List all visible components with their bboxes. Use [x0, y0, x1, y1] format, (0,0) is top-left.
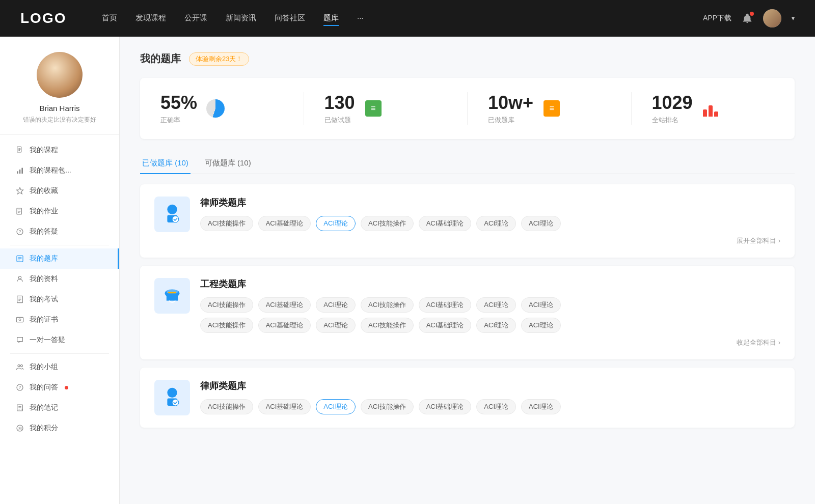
svg-point-13: [18, 365, 20, 367]
my-bank-label: 我的题库: [30, 254, 58, 263]
svg-rect-2: [19, 170, 21, 174]
tag-2-6[interactable]: ACI理论: [476, 297, 516, 313]
svg-rect-26: [168, 292, 176, 293]
sidebar-item-my-profile[interactable]: 我的资料: [0, 269, 119, 289]
tag-1-6[interactable]: ACI理论: [476, 216, 516, 231]
sidebar-item-my-homework[interactable]: 我的作业: [0, 201, 119, 221]
stat-accuracy-number: 55%: [160, 92, 197, 114]
sidebar-item-one-on-one[interactable]: 一对一答疑: [0, 330, 119, 350]
tag-2-1[interactable]: ACI技能操作: [200, 297, 253, 313]
sidebar-item-my-answers[interactable]: ? 我的答疑: [0, 221, 119, 242]
tag-3-2[interactable]: ACI基础理论: [258, 399, 311, 414]
tag-2-4[interactable]: ACI技能操作: [361, 297, 414, 313]
stat-done-questions-text: 130 已做试题: [324, 92, 355, 125]
my-cert-label: 我的证书: [30, 315, 58, 324]
stat-rank-number: 1029: [652, 92, 693, 114]
tab-available-banks[interactable]: 可做题库 (10): [203, 153, 253, 174]
tag-3-5[interactable]: ACI基础理论: [419, 399, 472, 414]
tag-2-8[interactable]: ACI技能操作: [200, 318, 253, 333]
my-qa-label: 我的问答: [30, 383, 58, 392]
sidebar-item-my-points[interactable]: 积 我的积分: [0, 418, 119, 438]
qa-red-dot: [65, 386, 68, 389]
tag-2-9[interactable]: ACI基础理论: [258, 318, 311, 333]
bank-card-engineer: 工程类题库 ACI技能操作 ACI基础理论 ACI理论 ACI技能操作 ACI基…: [140, 266, 795, 359]
tags-row-1: ACI技能操作 ACI基础理论 ACI理论 ACI技能操作 ACI基础理论 AC…: [200, 216, 780, 231]
bank-name-3: 律师类题库: [200, 380, 780, 392]
profile-avatar[interactable]: [37, 52, 83, 98]
app-download-link[interactable]: APP下载: [703, 14, 731, 23]
bank-name-2: 工程类题库: [200, 278, 780, 290]
tag-2-14[interactable]: ACI理论: [521, 318, 561, 333]
tag-2-5[interactable]: ACI基础理论: [419, 297, 472, 313]
tag-2-12[interactable]: ACI基础理论: [419, 318, 472, 333]
tag-3-7[interactable]: ACI理论: [521, 399, 561, 414]
notification-bell[interactable]: [742, 13, 753, 24]
nav-open-course[interactable]: 公开课: [184, 11, 207, 26]
chevron-down-icon[interactable]: ▾: [792, 15, 795, 22]
nav-news[interactable]: 新闻资讯: [226, 11, 256, 26]
engineer-icon: [160, 284, 184, 308]
tag-3-3[interactable]: ACI理论: [316, 399, 356, 414]
page-header: 我的题库 体验剩余23天！: [140, 52, 795, 66]
stat-done-banks-number: 10w+: [488, 92, 533, 114]
stat-accuracy-label: 正确率: [160, 116, 197, 125]
sidebar-item-my-bank[interactable]: 我的题库: [0, 248, 119, 269]
stat-rank-text: 1029 全站排名: [652, 92, 693, 125]
tag-1-4[interactable]: ACI技能操作: [361, 216, 414, 231]
expand-link-1[interactable]: 展开全部科目 ›: [200, 236, 780, 245]
sidebar-item-my-qa[interactable]: ? 我的问答: [0, 377, 119, 398]
sidebar-item-my-exam[interactable]: 我的考试: [0, 289, 119, 310]
cert-icon: [15, 315, 24, 324]
tag-3-4[interactable]: ACI技能操作: [361, 399, 414, 414]
bank-icon: [15, 254, 24, 263]
profile-area: Brian Harris 错误的决定比没有决定要好: [0, 52, 119, 135]
tags-row-2a: ACI技能操作 ACI基础理论 ACI理论 ACI技能操作 ACI基础理论 AC…: [200, 297, 780, 313]
paper-icon: [15, 295, 24, 304]
tab-done-banks[interactable]: 已做题库 (10): [140, 153, 191, 174]
tag-1-3[interactable]: ACI理论: [316, 216, 356, 231]
nav-home[interactable]: 首页: [102, 11, 117, 26]
bank-info-1: 律师类题库 ACI技能操作 ACI基础理论 ACI理论 ACI技能操作 ACI基…: [200, 197, 780, 245]
sidebar-item-my-group[interactable]: 我的小组: [0, 357, 119, 377]
sidebar-item-my-notes[interactable]: 我的笔记: [0, 398, 119, 418]
tag-2-2[interactable]: ACI基础理论: [258, 297, 311, 313]
nav-more[interactable]: ···: [357, 11, 364, 26]
tag-2-11[interactable]: ACI技能操作: [361, 318, 414, 333]
sidebar-item-my-course[interactable]: 我的课程: [0, 140, 119, 160]
avatar-image: [763, 9, 781, 27]
avatar[interactable]: [763, 9, 781, 27]
svg-rect-3: [21, 168, 23, 174]
edit-icon: [15, 207, 24, 216]
tag-2-3[interactable]: ACI理论: [316, 297, 356, 313]
my-group-label: 我的小组: [30, 362, 58, 372]
tag-1-1[interactable]: ACI技能操作: [200, 216, 253, 231]
tag-2-10[interactable]: ACI理论: [316, 318, 356, 333]
nav-bank[interactable]: 题库: [323, 11, 339, 26]
bank-info-2: 工程类题库 ACI技能操作 ACI基础理论 ACI理论 ACI技能操作 ACI基…: [200, 278, 780, 347]
tag-2-7[interactable]: ACI理论: [521, 297, 561, 313]
tag-1-5[interactable]: ACI基础理论: [419, 216, 472, 231]
tag-3-6[interactable]: ACI理论: [476, 399, 516, 414]
bank-info-3: 律师类题库 ACI技能操作 ACI基础理论 ACI理论 ACI技能操作 ACI基…: [200, 380, 780, 414]
tag-2-13[interactable]: ACI理论: [476, 318, 516, 333]
sidebar-item-my-cert[interactable]: 我的证书: [0, 310, 119, 330]
collapse-link-2[interactable]: 收起全部科目 ›: [200, 338, 780, 347]
profile-motto: 错误的决定比没有决定要好: [23, 116, 96, 124]
top-navigation: LOGO 首页 发现课程 公开课 新闻资讯 问答社区 题库 ··· APP下载 …: [0, 0, 815, 37]
my-favorites-label: 我的收藏: [30, 186, 58, 195]
user-icon: [15, 274, 24, 284]
bank-logo-engineer: [154, 278, 190, 314]
tag-1-7[interactable]: ACI理论: [521, 216, 561, 231]
tag-1-2[interactable]: ACI基础理论: [258, 216, 311, 231]
tag-3-1[interactable]: ACI技能操作: [200, 399, 253, 414]
star-icon: [15, 186, 24, 195]
stat-done-questions-icon: ≡: [363, 98, 384, 119]
nav-qa[interactable]: 问答社区: [275, 11, 305, 26]
sidebar-item-my-favorites[interactable]: 我的收藏: [0, 181, 119, 201]
nav-discover[interactable]: 发现课程: [135, 11, 166, 26]
sidebar: Brian Harris 错误的决定比没有决定要好 我的课程 我的课程包...: [0, 37, 120, 504]
stat-done-banks-label: 已做题库: [488, 116, 533, 125]
tags-row-2b: ACI技能操作 ACI基础理论 ACI理论 ACI技能操作 ACI基础理论 AC…: [200, 318, 780, 333]
sidebar-item-my-package[interactable]: 我的课程包...: [0, 160, 119, 181]
chat-icon: [15, 335, 24, 345]
